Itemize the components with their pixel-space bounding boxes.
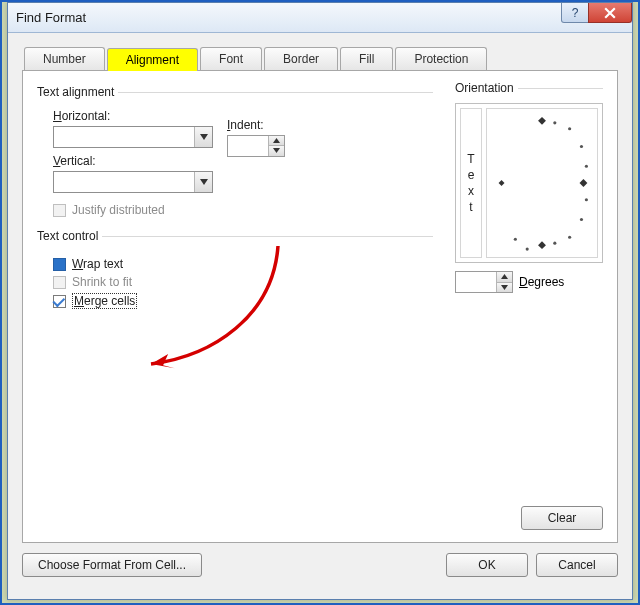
svg-point-3: [585, 198, 588, 201]
find-format-dialog: Find Format ? Number Alignment Font Bord…: [7, 2, 633, 600]
orientation-vertical-text-button[interactable]: T e x t: [460, 108, 482, 258]
svg-point-8: [526, 248, 529, 251]
label-indent: Indent:: [227, 118, 285, 132]
label-horizontal: Horizontal:: [53, 109, 213, 123]
group-orientation: Orientation T e x t: [455, 81, 603, 293]
tab-border[interactable]: Border: [264, 47, 338, 70]
legend-orientation: Orientation: [455, 81, 518, 95]
combo-horizontal[interactable]: [53, 126, 213, 148]
choose-format-from-cell-button[interactable]: Choose Format From Cell...: [22, 553, 202, 577]
legend-text-control: Text control: [37, 229, 102, 243]
tabstrip: Number Alignment Font Border Fill Protec…: [24, 47, 618, 70]
spinner-degrees-up[interactable]: [496, 272, 512, 282]
legend-text-alignment: Text alignment: [37, 85, 118, 99]
combo-vertical-input[interactable]: [54, 172, 194, 192]
checkbox-merge-cells[interactable]: Merge cells: [53, 293, 433, 309]
ok-button[interactable]: OK: [446, 553, 528, 577]
tab-fill[interactable]: Fill: [340, 47, 393, 70]
checkbox-shrink-label: Shrink to fit: [72, 275, 132, 289]
svg-point-7: [553, 242, 556, 245]
group-text-control: Text control Wrap text Shrink to fit Mer…: [37, 229, 433, 313]
svg-point-9: [514, 238, 517, 241]
spinner-degrees[interactable]: [455, 271, 513, 293]
orientation-panel: T e x t: [455, 103, 603, 263]
combo-vertical[interactable]: [53, 171, 213, 193]
tab-panel-alignment: Text alignment Horizontal:: [22, 70, 618, 543]
close-button[interactable]: [588, 3, 632, 23]
spinner-indent-input[interactable]: [228, 136, 268, 156]
orientation-dial[interactable]: [486, 108, 598, 258]
group-text-alignment: Text alignment Horizontal:: [37, 85, 433, 221]
checkbox-wrap-text-box[interactable]: [53, 258, 66, 271]
checkbox-merge-box[interactable]: [53, 295, 66, 308]
checkbox-merge-label: Merge cells: [72, 293, 137, 309]
svg-point-4: [580, 218, 583, 221]
svg-point-6: [553, 121, 556, 124]
client-area: Number Alignment Font Border Fill Protec…: [8, 33, 632, 599]
titlebar[interactable]: Find Format ?: [8, 3, 632, 33]
checkbox-shrink-to-fit: Shrink to fit: [53, 275, 433, 289]
checkbox-wrap-text-label: Wrap text: [72, 257, 123, 271]
help-button[interactable]: ?: [561, 3, 589, 23]
tab-number[interactable]: Number: [24, 47, 105, 70]
tab-protection[interactable]: Protection: [395, 47, 487, 70]
combo-horizontal-input[interactable]: [54, 127, 194, 147]
window-title: Find Format: [16, 10, 86, 25]
combo-horizontal-dropdown[interactable]: [194, 127, 212, 147]
checkbox-justify-distributed-box: [53, 204, 66, 217]
svg-point-5: [568, 236, 571, 239]
spinner-indent-down[interactable]: [268, 145, 284, 156]
spinner-indent-up[interactable]: [268, 136, 284, 146]
spinner-degrees-input[interactable]: [456, 272, 496, 292]
checkbox-justify-distributed-label: Justify distributed: [72, 203, 165, 217]
checkbox-justify-distributed: Justify distributed: [53, 203, 433, 217]
tab-font[interactable]: Font: [200, 47, 262, 70]
dialog-footer: Choose Format From Cell... OK Cancel: [22, 543, 618, 587]
label-vertical: Vertical:: [53, 154, 213, 168]
svg-point-2: [585, 165, 588, 168]
spinner-degrees-down[interactable]: [496, 282, 512, 293]
combo-vertical-dropdown[interactable]: [194, 172, 212, 192]
svg-point-0: [568, 127, 571, 130]
checkbox-wrap-text[interactable]: Wrap text: [53, 257, 433, 271]
clear-button[interactable]: Clear: [521, 506, 603, 530]
cancel-button[interactable]: Cancel: [536, 553, 618, 577]
tab-alignment[interactable]: Alignment: [107, 48, 198, 71]
label-degrees: Degrees: [519, 275, 564, 289]
svg-point-1: [580, 145, 583, 148]
spinner-indent[interactable]: [227, 135, 285, 157]
checkbox-shrink-box: [53, 276, 66, 289]
